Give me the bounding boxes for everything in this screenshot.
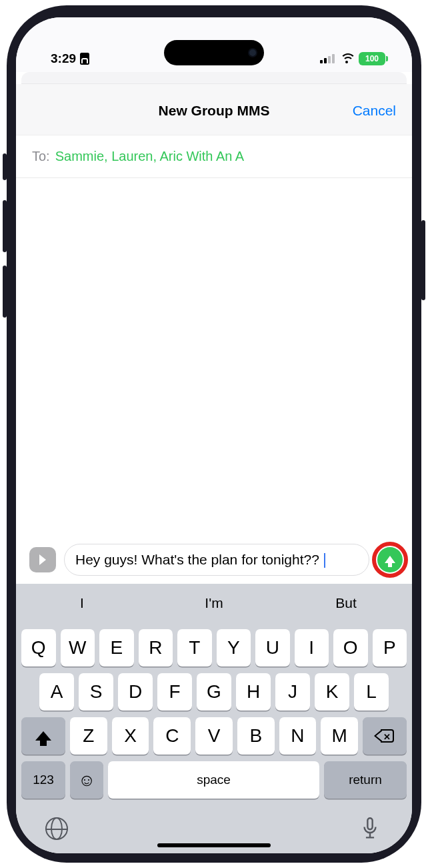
battery-level: 100 xyxy=(365,54,379,63)
keyboard: I I'm But Q W E R T Y U I O P A S D F xyxy=(16,584,412,853)
front-camera-icon xyxy=(248,48,257,57)
key-row-2: A S D F G H J K L xyxy=(16,673,412,711)
key-i[interactable]: I xyxy=(295,629,329,667)
key-a[interactable]: A xyxy=(39,673,74,711)
predictive-bar: I I'm But xyxy=(16,584,412,622)
conversation-area xyxy=(16,178,412,537)
shift-key[interactable] xyxy=(21,717,65,755)
backspace-icon: ✕ xyxy=(375,729,394,743)
screen: 3:29 100 New Group MMS Cancel To: Sammie… xyxy=(16,17,412,853)
space-key[interactable]: space xyxy=(108,761,319,799)
key-z[interactable]: Z xyxy=(70,717,107,755)
to-label: To: xyxy=(32,149,50,164)
recipients-list: Sammie, Lauren, Aric With An A xyxy=(55,149,244,164)
arrow-up-icon xyxy=(385,556,395,563)
mic-icon xyxy=(360,817,380,840)
key-s[interactable]: S xyxy=(79,673,113,711)
globe-icon[interactable] xyxy=(45,817,68,840)
prediction-2[interactable]: I'm xyxy=(148,595,280,611)
key-o[interactable]: O xyxy=(333,629,368,667)
power-button xyxy=(421,220,425,300)
key-c[interactable]: C xyxy=(153,717,191,755)
key-l[interactable]: L xyxy=(354,673,389,711)
key-e[interactable]: E xyxy=(99,629,134,667)
message-text: Hey guys! What's the plan for tonight?? xyxy=(75,552,323,567)
key-u[interactable]: U xyxy=(255,629,290,667)
key-row-3: Z X C V B N M ✕ xyxy=(16,717,412,755)
sim-icon xyxy=(80,53,89,65)
message-input[interactable]: Hey guys! What's the plan for tonight?? xyxy=(64,544,369,576)
emoji-key[interactable]: ☺ xyxy=(70,761,103,799)
delete-key[interactable]: ✕ xyxy=(363,717,407,755)
key-d[interactable]: D xyxy=(118,673,153,711)
device-frame: 3:29 100 New Group MMS Cancel To: Sammie… xyxy=(7,5,421,863)
key-g[interactable]: G xyxy=(197,673,231,711)
key-n[interactable]: N xyxy=(279,717,317,755)
key-row-1: Q W E R T Y U I O P xyxy=(16,629,412,667)
prediction-1[interactable]: I xyxy=(16,595,148,611)
chevron-right-icon xyxy=(39,554,46,565)
recipients-row[interactable]: To: Sammie, Lauren, Aric With An A xyxy=(16,135,412,178)
cancel-button[interactable]: Cancel xyxy=(353,103,396,119)
key-w[interactable]: W xyxy=(61,629,95,667)
expand-apps-button[interactable] xyxy=(29,547,56,572)
key-k[interactable]: K xyxy=(315,673,349,711)
battery-indicator: 100 xyxy=(359,52,385,65)
wifi-icon xyxy=(340,53,353,64)
key-r[interactable]: R xyxy=(139,629,173,667)
nav-header: New Group MMS Cancel xyxy=(16,84,412,135)
clock: 3:29 xyxy=(51,51,76,66)
compose-bar: Hey guys! What's the plan for tonight?? xyxy=(16,537,412,584)
emoji-icon: ☺ xyxy=(78,770,96,791)
key-q[interactable]: Q xyxy=(21,629,56,667)
cell-signal-icon xyxy=(320,54,335,63)
key-t[interactable]: T xyxy=(177,629,212,667)
key-y[interactable]: Y xyxy=(217,629,251,667)
numbers-key[interactable]: 123 xyxy=(21,761,65,799)
home-indicator[interactable] xyxy=(157,843,271,847)
page-title: New Group MMS xyxy=(32,103,396,119)
return-key[interactable]: return xyxy=(324,761,407,799)
key-j[interactable]: J xyxy=(275,673,310,711)
key-p[interactable]: P xyxy=(373,629,407,667)
svg-rect-0 xyxy=(367,818,372,829)
text-caret xyxy=(324,553,325,568)
key-h[interactable]: H xyxy=(236,673,271,711)
sheet-background-peek xyxy=(21,72,407,84)
key-v[interactable]: V xyxy=(195,717,233,755)
key-m[interactable]: M xyxy=(321,717,358,755)
prediction-3[interactable]: But xyxy=(280,595,412,611)
keyboard-bottom-row xyxy=(16,799,412,840)
dynamic-island xyxy=(164,40,264,65)
key-b[interactable]: B xyxy=(237,717,275,755)
dictation-button[interactable] xyxy=(360,817,383,840)
key-x[interactable]: X xyxy=(112,717,149,755)
key-row-4: 123 ☺ space return xyxy=(16,761,412,799)
shift-icon xyxy=(35,731,51,741)
key-f[interactable]: F xyxy=(157,673,192,711)
